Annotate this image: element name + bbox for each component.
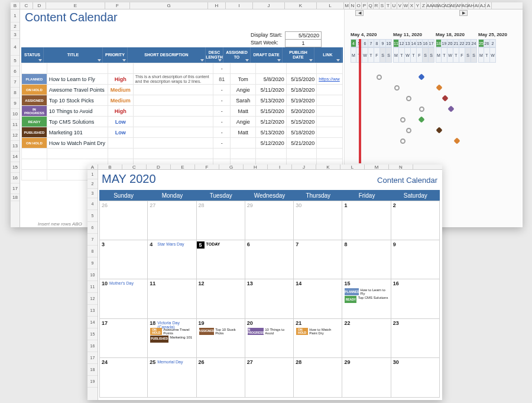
calendar-cell[interactable]: 1 (342, 201, 391, 240)
row-draft-date[interactable]: 5/13/2020 (256, 127, 286, 138)
col-letter[interactable]: P (362, 2, 368, 9)
row-number[interactable]: 18 (87, 364, 98, 376)
calendar-cell[interactable]: 6 (245, 240, 294, 280)
row-draft-date[interactable]: 5/15/2020 (256, 106, 286, 117)
calendar-cell[interactable]: 17 (99, 319, 148, 359)
row-number[interactable]: 9 (11, 98, 20, 109)
col-assigned[interactable]: ASSIGNED TO (223, 47, 251, 63)
row-number[interactable]: 7 (87, 234, 98, 246)
col-letter[interactable]: C (20, 2, 33, 9)
row-title[interactable]: Top 10 Stock Picks (47, 95, 108, 106)
col-letter[interactable]: G (130, 2, 208, 9)
col-letter[interactable]: D (147, 165, 171, 169)
calendar-cell[interactable]: 29 (342, 358, 391, 398)
calendar-cell[interactable]: 4Star Wars Day (148, 240, 196, 280)
col-letter[interactable]: A (486, 2, 492, 9)
row-draft-date[interactable]: 5/8/2020 (256, 74, 286, 85)
col-letter[interactable]: N (350, 2, 356, 9)
row-number[interactable]: 17 (87, 352, 98, 364)
row-priority[interactable]: High (108, 74, 133, 85)
row-number[interactable]: 11 (11, 120, 20, 130)
col-letter[interactable]: R (374, 2, 379, 9)
row-publish-date[interactable]: 5/15/2020 (286, 117, 316, 127)
calendar-cell[interactable]: 26 (197, 358, 245, 398)
col-status[interactable]: STATUS (21, 47, 44, 63)
col-letter[interactable]: D (33, 2, 46, 9)
col-letter[interactable]: B (11, 2, 20, 9)
calendar-cell[interactable]: 5TODAY (197, 240, 245, 280)
row-link[interactable] (317, 106, 343, 117)
row-number[interactable]: 19 (87, 376, 98, 388)
row-publish-date[interactable]: 5/15/2020 (286, 74, 316, 85)
row-number[interactable]: 8 (11, 88, 20, 98)
col-letter[interactable]: F (195, 165, 219, 169)
table-row[interactable]: PUBLISHEDMarketing 101Low-Matt5/13/20205… (22, 127, 343, 138)
row-number[interactable]: 12 (11, 130, 20, 141)
row-publish-date[interactable]: 5/19/2020 (286, 95, 316, 106)
col-desc[interactable]: SHORT DESCRIPTION (128, 47, 206, 63)
calendar-cell[interactable]: 19ASSIGNEDTop 10 Stock Picks (197, 319, 245, 359)
calendar-cell[interactable]: 27 (148, 201, 196, 240)
row-number[interactable]: 4 (11, 39, 20, 56)
col-letter[interactable]: V (397, 2, 403, 9)
row-title[interactable]: How to Watch Paint Dry (47, 138, 108, 149)
row-description[interactable] (133, 138, 213, 149)
col-letter[interactable]: H (208, 2, 226, 9)
col-letter[interactable]: A (87, 165, 98, 169)
table-row[interactable]: IN PROGRESS10 Things to AvoidHigh-Matt5/… (22, 106, 343, 117)
calendar-cell[interactable]: 26 (99, 201, 148, 240)
col-draft[interactable]: DRAFT DATE (251, 47, 283, 63)
col-letter[interactable]: AI (474, 2, 480, 9)
row-number[interactable]: 13 (11, 141, 20, 151)
row-number[interactable]: 4 (87, 198, 98, 210)
col-letter[interactable]: E (46, 2, 105, 9)
calendar-cell[interactable]: 24 (99, 358, 148, 398)
row-description[interactable] (133, 85, 213, 95)
calendar-cell[interactable]: 30 (294, 201, 342, 240)
row-link[interactable] (317, 127, 343, 138)
row-priority[interactable] (108, 138, 133, 149)
row-draft-date[interactable]: 5/13/2020 (256, 95, 286, 106)
calendar-cell[interactable]: 11 (148, 279, 196, 319)
row-number[interactable]: 13 (87, 305, 98, 317)
calendar-cell[interactable]: 28 (294, 358, 342, 398)
row-number[interactable]: 9 (87, 257, 98, 269)
table-row[interactable]: PLANNEDHow to Learn to FlyHighThis is a … (22, 74, 343, 85)
row-number[interactable]: 5 (11, 56, 20, 66)
calendar-cell[interactable]: 27 (245, 358, 294, 398)
col-letter[interactable]: L (340, 165, 365, 169)
col-link[interactable]: LINK (314, 47, 342, 63)
col-letter[interactable]: G (219, 165, 244, 169)
col-letter[interactable]: H (244, 165, 268, 169)
row-number[interactable]: 3 (11, 31, 20, 39)
row-number[interactable]: 18 (11, 194, 20, 201)
row-link[interactable] (317, 85, 343, 95)
row-description[interactable] (133, 106, 213, 117)
display-start-input[interactable]: 5/5/2020 (285, 31, 322, 40)
row-description[interactable] (133, 95, 213, 106)
calendar-entry[interactable]: ONHOLDHow to Watch Paint Dry (296, 328, 339, 335)
row-number[interactable]: 11 (87, 281, 98, 293)
row-number[interactable]: 3 (87, 189, 98, 198)
row-title[interactable]: Marketing 101 (47, 127, 108, 138)
col-letter[interactable]: I (268, 165, 292, 169)
col-title[interactable]: TITLE (44, 47, 103, 63)
calendar-entry[interactable]: INPROGRESS10 Things to Avoid (248, 328, 291, 335)
row-assigned[interactable]: Matt (231, 106, 256, 117)
col-letter[interactable]: F (105, 2, 130, 9)
col-letter[interactable]: M (344, 2, 350, 9)
col-letter[interactable]: K (316, 165, 340, 169)
calendar-cell[interactable]: 25Memorial Day (148, 358, 196, 398)
row-number[interactable]: 16 (87, 340, 98, 352)
row-number[interactable]: 7 (11, 77, 20, 88)
row-number[interactable]: 16 (11, 173, 20, 183)
col-letter[interactable]: O (356, 2, 362, 9)
row-number[interactable]: 1 (87, 170, 98, 179)
row-number[interactable]: 6 (87, 222, 98, 234)
row-title[interactable]: Awesome Travel Points (47, 85, 108, 95)
row-number[interactable]: 10 (87, 269, 98, 281)
calendar-cell[interactable]: 29 (245, 201, 294, 240)
row-title[interactable]: Top CMS Solutions (47, 117, 108, 127)
row-link[interactable]: https://ww (317, 74, 343, 85)
calendar-cell[interactable]: 22 (342, 319, 391, 359)
